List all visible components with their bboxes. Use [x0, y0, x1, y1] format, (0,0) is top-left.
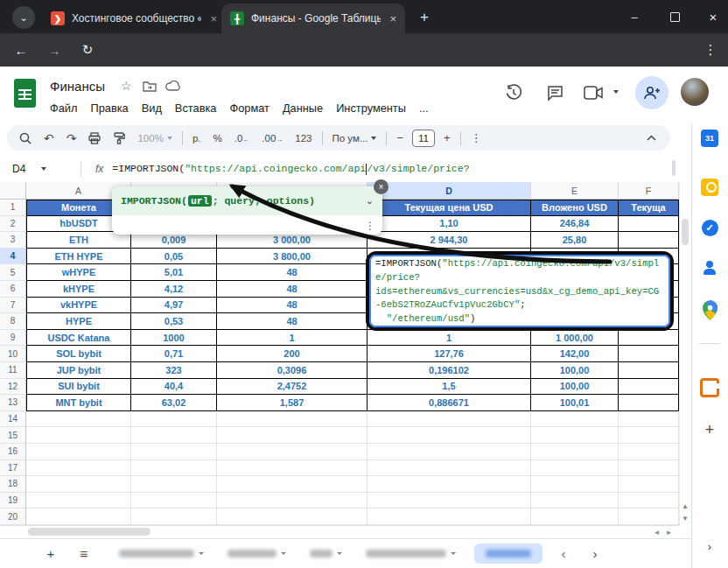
- cell-E10[interactable]: 142,00: [531, 346, 619, 362]
- cell-C14[interactable]: [217, 411, 368, 428]
- close-window-button[interactable]: ×: [700, 5, 726, 28]
- scroll-right-icon[interactable]: ▸: [663, 526, 675, 537]
- move-folder-icon[interactable]: [143, 81, 157, 92]
- horizontal-scrollbar-thumb[interactable]: [28, 528, 150, 536]
- cell-D10[interactable]: 127,76: [368, 346, 531, 362]
- row-header-13[interactable]: 13: [0, 395, 26, 411]
- increase-font-size-button[interactable]: +: [438, 125, 457, 151]
- cell-F1[interactable]: Текуща: [619, 200, 679, 216]
- cell-B16[interactable]: [131, 444, 217, 460]
- cell-D12[interactable]: 1,5: [368, 379, 531, 396]
- cell-F20[interactable]: [619, 508, 679, 525]
- row-header-10[interactable]: 10: [0, 346, 26, 362]
- cell-B19[interactable]: [131, 493, 217, 509]
- search-menus-icon[interactable]: [7, 125, 38, 151]
- cell-D2[interactable]: 1,10: [368, 216, 531, 233]
- cell-C12[interactable]: 2,4752: [217, 379, 368, 396]
- row-header-3[interactable]: 3: [0, 232, 26, 249]
- cell-A4[interactable]: ETH HYPE: [26, 249, 131, 265]
- cell-B8[interactable]: 0,53: [131, 313, 217, 330]
- back-icon[interactable]: ←: [9, 38, 33, 62]
- cell-C19[interactable]: [217, 493, 368, 509]
- cell-C10[interactable]: 200: [217, 346, 368, 362]
- tasks-icon[interactable]: ✓: [700, 218, 719, 237]
- cell-F12[interactable]: [619, 379, 679, 396]
- cell-E18[interactable]: [531, 476, 619, 493]
- cell-A12[interactable]: SUI bybit: [26, 379, 131, 396]
- column-header-E[interactable]: E: [531, 182, 619, 200]
- cell-E3[interactable]: 25,80: [531, 232, 619, 249]
- print-icon[interactable]: [82, 125, 107, 151]
- scroll-down-icon[interactable]: ▼: [680, 513, 690, 523]
- row-header-15[interactable]: 15: [0, 427, 26, 444]
- format-percent-button[interactable]: %: [206, 125, 228, 151]
- prev-sheets-icon[interactable]: ‹: [553, 543, 574, 564]
- cell-F11[interactable]: [619, 362, 679, 379]
- cell-F16[interactable]: [619, 444, 679, 460]
- increase-decimals-button[interactable]: .00→: [256, 125, 289, 151]
- cell-F9[interactable]: [619, 330, 679, 347]
- cell-F14[interactable]: [619, 411, 679, 428]
- cell-C8[interactable]: 48: [217, 313, 368, 330]
- account-avatar[interactable]: [681, 78, 709, 106]
- cell-E13[interactable]: 100,01: [531, 395, 619, 411]
- row-header-19[interactable]: 19: [0, 493, 26, 509]
- addon-icon[interactable]: [700, 378, 719, 397]
- cell-C7[interactable]: 48: [217, 298, 368, 314]
- cell-D3[interactable]: 2 944,30: [368, 232, 531, 249]
- row-header-7[interactable]: 7: [0, 298, 26, 314]
- cell-B18[interactable]: [131, 476, 217, 493]
- name-box[interactable]: D4: [0, 163, 75, 175]
- close-tab-icon[interactable]: ×: [210, 12, 217, 25]
- new-tab-button[interactable]: +: [420, 9, 429, 26]
- meet-camera-icon[interactable]: [583, 82, 604, 103]
- all-sheets-icon[interactable]: ≡: [74, 543, 94, 564]
- keep-icon[interactable]: [700, 178, 719, 197]
- decrease-font-size-button[interactable]: −: [390, 125, 410, 151]
- cell-D14[interactable]: [368, 411, 531, 428]
- get-addons-icon[interactable]: +: [700, 420, 719, 439]
- share-button[interactable]: [635, 76, 668, 109]
- cell-A8[interactable]: HYPE: [26, 313, 131, 330]
- redo-icon[interactable]: ↷: [60, 125, 83, 151]
- cell-A14[interactable]: [26, 411, 131, 428]
- cell-C13[interactable]: 1,587: [217, 395, 368, 411]
- row-header-11[interactable]: 11: [0, 362, 26, 379]
- cell-C5[interactable]: 48: [217, 264, 368, 281]
- cell-E9[interactable]: 1 000,00: [531, 330, 619, 347]
- sheet-tab-active[interactable]: [474, 543, 542, 564]
- tooltip-more-icon[interactable]: ⋮: [365, 220, 375, 232]
- cell-F3[interactable]: [619, 232, 679, 249]
- scroll-left-icon[interactable]: ◂: [651, 526, 662, 537]
- cell-C4[interactable]: 3 800,00: [217, 249, 368, 265]
- cell-B13[interactable]: 63,02: [131, 395, 217, 411]
- menu-view[interactable]: Вид: [142, 102, 162, 115]
- cell-D11[interactable]: 0,196102: [368, 362, 531, 379]
- cell-B7[interactable]: 4,97: [131, 298, 217, 314]
- menu-insert[interactable]: Вставка: [175, 102, 217, 115]
- sheet-tab[interactable]: [303, 543, 348, 564]
- cell-B9[interactable]: 1000: [131, 330, 217, 347]
- column-header-F[interactable]: F: [619, 182, 679, 200]
- row-header-5[interactable]: 5: [0, 264, 26, 281]
- undo-icon[interactable]: ↶: [38, 125, 60, 151]
- cell-B5[interactable]: 5,01: [131, 264, 217, 281]
- cell-D17[interactable]: [368, 460, 531, 477]
- tab-search-icon[interactable]: ⌄: [12, 6, 35, 29]
- toolbar-more-icon[interactable]: ⋮: [465, 125, 488, 151]
- cell-C20[interactable]: [217, 508, 368, 525]
- cell-A3[interactable]: ETH: [26, 232, 131, 249]
- cell-E1[interactable]: Вложено USD: [531, 200, 619, 216]
- maximize-button[interactable]: [662, 5, 688, 28]
- cell-C11[interactable]: 0,3096: [217, 362, 368, 379]
- row-header-8[interactable]: 8: [0, 313, 26, 330]
- cell-A11[interactable]: JUP bybit: [26, 362, 131, 379]
- cell-A17[interactable]: [26, 460, 131, 477]
- column-header-D[interactable]: D: [368, 182, 531, 200]
- browser-tab-2[interactable]: ╂ Финансы - Google Таблицы ×: [221, 4, 405, 33]
- cell-E17[interactable]: [531, 460, 619, 477]
- cell-D1[interactable]: Текущая цена USD: [368, 200, 531, 216]
- cell-B12[interactable]: 40,4: [131, 379, 217, 396]
- cell-B10[interactable]: 0,71: [131, 346, 217, 362]
- add-sheet-icon[interactable]: +: [40, 543, 61, 564]
